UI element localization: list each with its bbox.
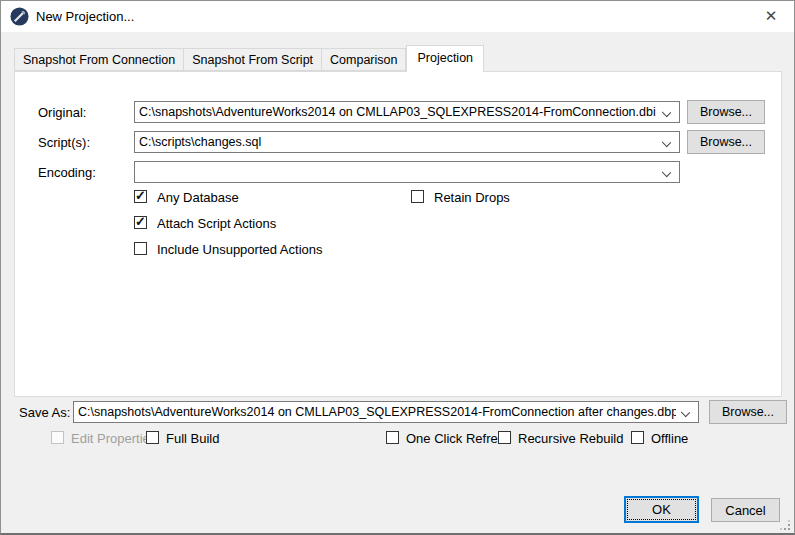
close-icon[interactable]: ✕ xyxy=(748,1,794,31)
full-build-label: Full Build xyxy=(166,431,219,446)
retain-drops-checkbox[interactable] xyxy=(411,190,424,203)
save-as-value: C:\snapshots\AdventureWorks2014 on CMLLA… xyxy=(78,405,676,419)
full-build-checkbox[interactable] xyxy=(146,431,159,444)
offline-checkbox[interactable] xyxy=(631,431,644,444)
recursive-rebuild-label: Recursive Rebuild xyxy=(518,431,624,446)
save-as-label: Save As: xyxy=(19,405,70,420)
tab-snapshot-from-connection[interactable]: Snapshot From Connection xyxy=(14,48,184,71)
encoding-combobox[interactable] xyxy=(134,161,680,183)
resize-grip[interactable] xyxy=(780,520,791,531)
include-unsupported-actions-label: Include Unsupported Actions xyxy=(157,242,323,257)
encoding-label: Encoding: xyxy=(38,165,96,180)
chevron-down-icon[interactable] xyxy=(662,108,671,117)
chevron-down-icon[interactable] xyxy=(681,408,690,417)
new-projection-dialog: New Projection... ✕ Snapshot From Connec… xyxy=(0,0,795,535)
edit-properties-checkbox xyxy=(51,431,64,444)
save-as-combobox[interactable]: C:\snapshots\AdventureWorks2014 on CMLLA… xyxy=(73,401,699,423)
retain-drops-label: Retain Drops xyxy=(434,190,510,205)
recursive-rebuild-checkbox[interactable] xyxy=(498,431,511,444)
edit-properties-label: Edit Properties xyxy=(71,431,156,446)
include-unsupported-actions-checkbox[interactable] xyxy=(134,242,147,255)
any-database-checkbox[interactable] xyxy=(134,190,147,203)
app-logo-icon xyxy=(10,7,29,26)
title-bar: New Projection... ✕ xyxy=(1,1,794,32)
attach-script-actions-checkbox[interactable] xyxy=(134,216,147,229)
original-browse-button[interactable]: Browse... xyxy=(687,100,765,124)
original-label: Original: xyxy=(38,105,86,120)
tab-comparison[interactable]: Comparison xyxy=(322,48,406,71)
tab-strip: Snapshot From Connection Snapshot From S… xyxy=(14,44,484,71)
attach-script-actions-label: Attach Script Actions xyxy=(157,216,276,231)
tab-projection[interactable]: Projection xyxy=(406,45,484,72)
offline-label: Offline xyxy=(651,431,688,446)
window-title: New Projection... xyxy=(36,9,134,24)
scripts-value: C:\scripts\changes.sql xyxy=(139,135,261,149)
scripts-label: Script(s): xyxy=(38,135,90,150)
scripts-browse-button[interactable]: Browse... xyxy=(687,130,765,154)
chevron-down-icon[interactable] xyxy=(662,138,671,147)
chevron-down-icon[interactable] xyxy=(662,168,671,177)
save-as-browse-button[interactable]: Browse... xyxy=(709,400,787,424)
any-database-label: Any Database xyxy=(157,190,239,205)
one-click-refresh-checkbox[interactable] xyxy=(386,431,399,444)
one-click-refresh-label: One Click Refresh xyxy=(406,431,511,446)
original-combobox[interactable]: C:\snapshots\AdventureWorks2014 on CMLLA… xyxy=(134,101,680,123)
original-value: C:\snapshots\AdventureWorks2014 on CMLLA… xyxy=(139,105,656,119)
cancel-button[interactable]: Cancel xyxy=(711,498,780,522)
tab-snapshot-from-script[interactable]: Snapshot From Script xyxy=(184,48,322,71)
ok-button[interactable]: OK xyxy=(624,496,699,523)
scripts-combobox[interactable]: C:\scripts\changes.sql xyxy=(134,131,680,153)
